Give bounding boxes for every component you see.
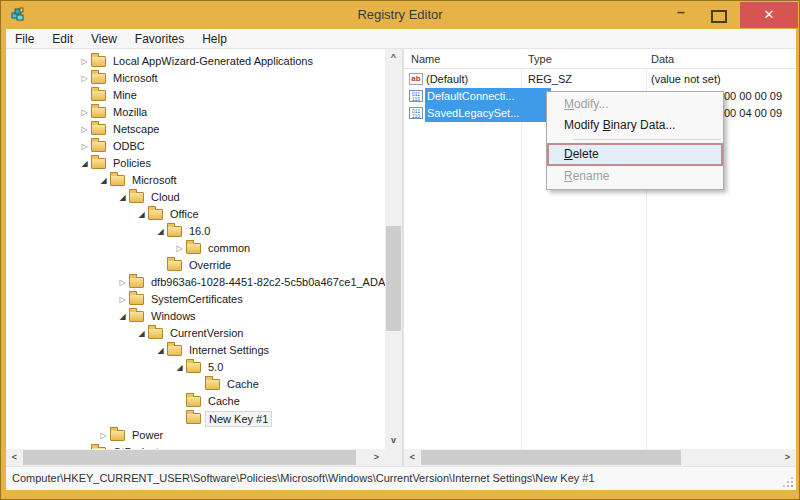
folder-icon <box>129 294 144 305</box>
scrollbar-corner <box>385 449 402 466</box>
expanded-expander-icon[interactable]: ◢ <box>173 359 186 376</box>
folder-icon <box>148 328 163 339</box>
tree-item[interactable]: ▷SystemCertificates <box>6 291 385 308</box>
value-row[interactable]: ab (Default) REG_SZ (value not set) <box>404 71 796 88</box>
collapsed-expander-icon[interactable]: ▷ <box>173 240 186 257</box>
menu-item-rename: Rename <box>547 166 723 187</box>
expanded-expander-icon[interactable]: ◢ <box>154 342 167 359</box>
tree-item[interactable]: ◢16.0 <box>6 223 385 240</box>
scroll-down-icon[interactable]: v <box>385 432 402 449</box>
folder-icon <box>186 413 201 424</box>
folder-icon <box>91 158 106 169</box>
column-header-data[interactable]: Data <box>651 49 674 69</box>
maximize-button[interactable] <box>711 10 727 23</box>
menu-edit[interactable]: Edit <box>43 29 82 49</box>
tree-item[interactable]: ◢Policies <box>6 155 385 172</box>
title-bar[interactable]: Registry Editor – ✕ <box>1 1 799 29</box>
expanded-expander-icon[interactable]: ◢ <box>154 223 167 240</box>
folder-icon <box>205 379 220 390</box>
tree-item[interactable]: ◢CurrentVersion <box>6 325 385 342</box>
selected-key-path: Computer\HKEY_CURRENT_USER\Software\Poli… <box>12 472 595 484</box>
binary-value-icon: 011 110 <box>409 107 423 119</box>
menu-item-delete[interactable]: Delete <box>547 143 723 166</box>
scrollbar-thumb[interactable] <box>421 450 681 465</box>
collapsed-expander-icon[interactable]: ▷ <box>78 121 91 138</box>
context-menu: Modify... Modify Binary Data... Delete R… <box>546 91 724 190</box>
collapsed-expander-icon[interactable]: ▷ <box>78 138 91 155</box>
tree-item[interactable]: Cache <box>6 393 385 410</box>
folder-icon <box>167 345 182 356</box>
expanded-expander-icon[interactable]: ◢ <box>97 172 110 189</box>
folder-icon <box>167 226 182 237</box>
tree-item[interactable]: ◢Office <box>6 206 385 223</box>
status-bar: Computer\HKEY_CURRENT_USER\Software\Poli… <box>6 466 796 490</box>
tree-pane: ▷Local AppWizard-Generated Applications … <box>6 49 402 466</box>
tree-item[interactable]: ▷Mozilla <box>6 104 385 121</box>
menu-favorites[interactable]: Favorites <box>126 29 193 49</box>
tree-item-selected[interactable]: New Key #1 <box>6 410 385 427</box>
minimize-button[interactable]: – <box>671 1 691 29</box>
close-button[interactable]: ✕ <box>740 2 798 28</box>
scroll-left-icon[interactable]: < <box>6 449 23 466</box>
expanded-expander-icon[interactable]: ◢ <box>116 189 129 206</box>
binary-value-icon: 011 110 <box>409 90 423 102</box>
menu-separator <box>573 139 721 140</box>
registry-tree: ▷Local AppWizard-Generated Applications … <box>6 49 385 449</box>
scroll-right-icon[interactable]: > <box>368 449 385 466</box>
tree-item[interactable]: ▷common <box>6 240 385 257</box>
column-header-type[interactable]: Type <box>528 49 552 69</box>
menu-bar: File Edit View Favorites Help <box>6 29 796 49</box>
folder-icon <box>91 73 106 84</box>
collapsed-expander-icon[interactable]: ▷ <box>78 53 91 70</box>
tree-item[interactable]: ▷dfb963a6-1028-4451-82c2-5c5b0a467ce1_AD… <box>6 274 385 291</box>
scrollbar-thumb[interactable] <box>23 450 356 465</box>
column-header-name[interactable]: Name <box>411 49 440 69</box>
scroll-right-icon[interactable]: > <box>779 449 796 466</box>
tree-item[interactable]: ◢Internet Settings <box>6 342 385 359</box>
scroll-up-icon[interactable]: ^ <box>385 49 402 66</box>
folder-icon <box>129 192 144 203</box>
folder-icon <box>129 277 144 288</box>
tree-item[interactable]: ◢Windows <box>6 308 385 325</box>
collapsed-expander-icon[interactable]: ▷ <box>116 291 129 308</box>
folder-icon <box>186 243 201 254</box>
menu-file[interactable]: File <box>6 29 43 49</box>
folder-icon <box>91 107 106 118</box>
folder-icon <box>148 209 163 220</box>
tree-item[interactable]: Mine <box>6 87 385 104</box>
tree-item[interactable]: Cache <box>6 376 385 393</box>
tree-item[interactable]: ◢5.0 <box>6 359 385 376</box>
folder-icon <box>129 311 144 322</box>
collapsed-expander-icon[interactable]: ▷ <box>116 274 129 291</box>
string-value-icon: ab <box>409 73 423 85</box>
menu-help[interactable]: Help <box>193 29 236 49</box>
values-horizontal-scrollbar[interactable]: < > <box>404 449 796 466</box>
folder-icon <box>186 362 201 373</box>
expanded-expander-icon[interactable]: ◢ <box>78 155 91 172</box>
tree-vertical-scrollbar[interactable]: ^ v <box>385 49 402 449</box>
menu-item-modify-binary-data[interactable]: Modify Binary Data... <box>547 115 723 136</box>
tree-item[interactable]: ◢Cloud <box>6 189 385 206</box>
collapsed-expander-icon[interactable]: ▷ <box>78 70 91 87</box>
collapsed-expander-icon[interactable]: ▷ <box>97 427 110 444</box>
list-header: Name Type Data <box>404 49 796 69</box>
tree-item[interactable]: ▷Local AppWizard-Generated Applications <box>6 53 385 70</box>
menu-view[interactable]: View <box>82 29 126 49</box>
collapsed-expander-icon[interactable]: ▷ <box>78 104 91 121</box>
tree-item[interactable]: ▷Microsoft <box>6 70 385 87</box>
tree-item[interactable]: Override <box>6 257 385 274</box>
scrollbar-thumb[interactable] <box>386 226 401 331</box>
tree-item[interactable]: ▷ODBC <box>6 138 385 155</box>
resize-grip-icon[interactable] <box>783 477 795 489</box>
tree-horizontal-scrollbar[interactable]: < > <box>6 449 385 466</box>
expanded-expander-icon[interactable]: ◢ <box>135 206 148 223</box>
scroll-left-icon[interactable]: < <box>404 449 421 466</box>
tree-item[interactable]: ◢Microsoft <box>6 172 385 189</box>
expanded-expander-icon[interactable]: ◢ <box>135 325 148 342</box>
tree-item[interactable]: ▷Netscape <box>6 121 385 138</box>
tree-item[interactable]: ▷Power <box>6 427 385 444</box>
registry-editor-window: Registry Editor – ✕ File Edit View Favor… <box>0 0 800 500</box>
folder-icon <box>110 430 125 441</box>
folder-icon <box>91 56 106 67</box>
expanded-expander-icon[interactable]: ◢ <box>116 308 129 325</box>
